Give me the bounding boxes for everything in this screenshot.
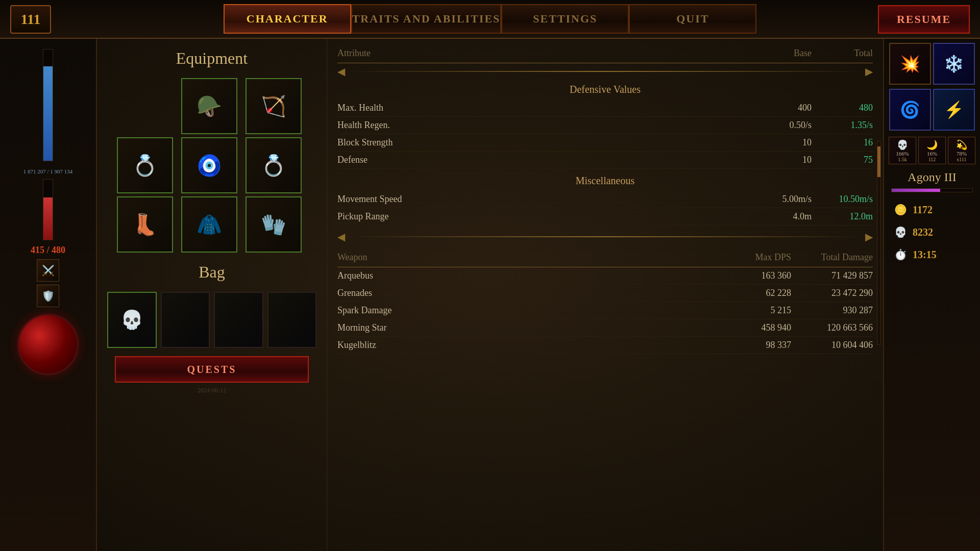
col-total: Total <box>812 48 873 59</box>
skill-val-1: 1.5k <box>898 157 907 162</box>
bag-grid: 💀 <box>107 292 316 348</box>
skill-sm-2[interactable]: 🌙 16% 112 <box>918 137 946 164</box>
defensive-section-title: Defensive Values <box>337 84 873 95</box>
level-badge: 111 <box>10 5 51 34</box>
right-sidebar: 💥 ❄️ 🌀 ⚡ 💀 166% 1.5k 🌙 16% 112 💫 78% x11… <box>883 39 980 551</box>
ability-bar-fill <box>892 189 940 192</box>
stat-total: 480 <box>812 103 873 113</box>
stat-name: Max. Health <box>337 103 750 113</box>
equipment-panel: Equipment 🪖 🏹 💍 🧿 💍 👢 🧥 🧤 Bag 💀 QUESTS 2… <box>97 39 327 551</box>
left-sidebar: 1 871 207 / 1 907 134 415 / 480 ⚔️ 🛡️ <box>0 39 97 551</box>
skill-val-2: 112 <box>928 157 936 162</box>
stat-total: 12.0m <box>812 211 873 222</box>
gloves-slot[interactable]: 🧤 <box>246 196 302 253</box>
health-bar <box>43 179 53 240</box>
bag-slot-2[interactable] <box>214 292 263 348</box>
skill-sm-3[interactable]: 💫 78% x111 <box>948 137 975 164</box>
ring1-slot[interactable]: 💍 <box>117 137 173 193</box>
stat-name: Movement Speed <box>337 194 750 205</box>
bag-slot-1[interactable] <box>161 292 210 348</box>
equipment-grid: 🪖 🏹 💍 🧿 💍 👢 🧥 🧤 <box>107 78 316 253</box>
scrollbar[interactable] <box>877 141 881 345</box>
skill-icon-2[interactable]: ❄️ <box>933 43 975 85</box>
gold-row: 🪙 1172 <box>888 199 976 220</box>
weapon-name: Grenades <box>337 288 730 298</box>
resume-button[interactable]: RESUME <box>878 5 970 34</box>
stat-base: 10 <box>750 155 812 165</box>
weapon-row: Spark Damage 5 215 930 287 <box>337 302 873 319</box>
weapon-row: Arquebus 163 360 71 429 857 <box>337 267 873 285</box>
traits-tab[interactable]: TRAITS AND ABILITIES <box>351 4 502 34</box>
weapon-dps: 163 360 <box>730 270 791 281</box>
settings-tab[interactable]: SETTINGS <box>501 4 629 34</box>
health-bar-fill <box>43 197 53 240</box>
weapon-row: Morning Star 458 940 120 663 566 <box>337 319 873 337</box>
weapon-row: Grenades 62 228 23 472 290 <box>337 285 873 302</box>
weapon-header: Weapon Max DPS Total Damage <box>337 248 873 267</box>
stat-total: 75 <box>812 155 873 165</box>
misc-row: Movement Speed 5.00m/s 10.50m/s <box>337 191 873 208</box>
defensive-row: Block Strength 10 16 <box>337 134 873 152</box>
stats-header: Attribute Base Total <box>337 44 873 63</box>
gold-icon: 🪙 <box>892 202 909 218</box>
skill-icon-3[interactable]: 🌀 <box>889 89 931 131</box>
weapon-name: Spark Damage <box>337 305 730 316</box>
weapon-dmg: 23 472 290 <box>791 288 873 298</box>
divider-line <box>347 71 863 72</box>
xp-text: 1 871 207 / 1 907 134 <box>23 168 73 174</box>
col-weapon: Weapon <box>337 252 730 263</box>
date-text: 2024-06-12 <box>107 387 316 394</box>
skill-pct-3: 78% <box>957 151 967 157</box>
bow-slot[interactable]: 🏹 <box>246 78 302 134</box>
stat-name: Pickup Range <box>337 211 750 222</box>
quit-button[interactable]: QUIT <box>629 4 756 34</box>
stat-base: 5.00m/s <box>750 194 812 205</box>
amulet-slot[interactable]: 🧿 <box>181 137 237 193</box>
health-orb <box>17 314 79 375</box>
equipment-title: Equipment <box>107 49 316 68</box>
bag-slot-0[interactable]: 💀 <box>107 292 157 348</box>
skull-row: 💀 8232 <box>888 222 976 242</box>
misc-rows: Movement Speed 5.00m/s 10.50m/s Pickup R… <box>337 191 873 226</box>
skill-sm-1[interactable]: 💀 166% 1.5k <box>889 137 916 164</box>
weapon-rows: Arquebus 163 360 71 429 857 Grenades 62 … <box>337 267 873 354</box>
weapon-dps: 98 337 <box>730 340 791 350</box>
skill-val-3: x111 <box>957 157 966 162</box>
head-slot[interactable]: 🪖 <box>181 78 237 134</box>
misc-section-title: Miscellaneous <box>337 175 873 187</box>
scrollbar-thumb[interactable] <box>877 146 880 177</box>
weapon-dps: 458 940 <box>730 322 791 333</box>
skill-slot-1[interactable]: ⚔️ <box>37 259 59 282</box>
weapon-dmg: 120 663 566 <box>791 322 873 333</box>
quests-button[interactable]: QUESTS <box>115 356 309 383</box>
character-tab[interactable]: CHARACTER <box>224 4 351 34</box>
col-total-dmg: Total Damage <box>791 252 873 263</box>
boots-slot[interactable]: 👢 <box>117 196 173 253</box>
skill-icon-4[interactable]: ⚡ <box>933 89 975 131</box>
chest-slot[interactable]: 🧥 <box>181 196 237 253</box>
time-icon: ⏱️ <box>892 246 909 263</box>
divider-weapon: ◀ ▶ <box>337 231 873 243</box>
arrow-left-weapon-icon: ◀ <box>337 231 345 243</box>
bag-slot-3[interactable] <box>267 292 317 348</box>
misc-row: Pickup Range 4.0m 12.0m <box>337 208 873 226</box>
weapon-dps: 62 228 <box>730 288 791 298</box>
skill-pct-1: 166% <box>896 151 909 157</box>
skill-bottom-row: 💀 166% 1.5k 🌙 16% 112 💫 78% x111 <box>889 137 975 164</box>
bag-section: Bag 💀 <box>107 263 316 348</box>
ability-name: Agony III <box>908 170 956 184</box>
weapon-name: Arquebus <box>337 270 730 281</box>
divider-weapon-line <box>347 236 863 237</box>
col-base: Base <box>750 48 812 59</box>
time-value: 13:15 <box>913 249 937 261</box>
arrow-left-icon: ◀ <box>337 65 345 78</box>
weapon-dmg: 930 287 <box>791 305 873 316</box>
xp-bar-fill <box>43 66 53 161</box>
skill-slot-2[interactable]: 🛡️ <box>37 285 59 307</box>
skull-icon: 💀 <box>892 224 909 240</box>
stats-panel: Attribute Base Total ◀ ▶ Defensive Value… <box>327 39 883 551</box>
skill-icon-1[interactable]: 💥 <box>889 43 931 85</box>
ring2-slot[interactable]: 💍 <box>246 137 302 193</box>
stat-base: 4.0m <box>750 211 812 222</box>
stat-base: 0.50/s <box>750 120 812 131</box>
